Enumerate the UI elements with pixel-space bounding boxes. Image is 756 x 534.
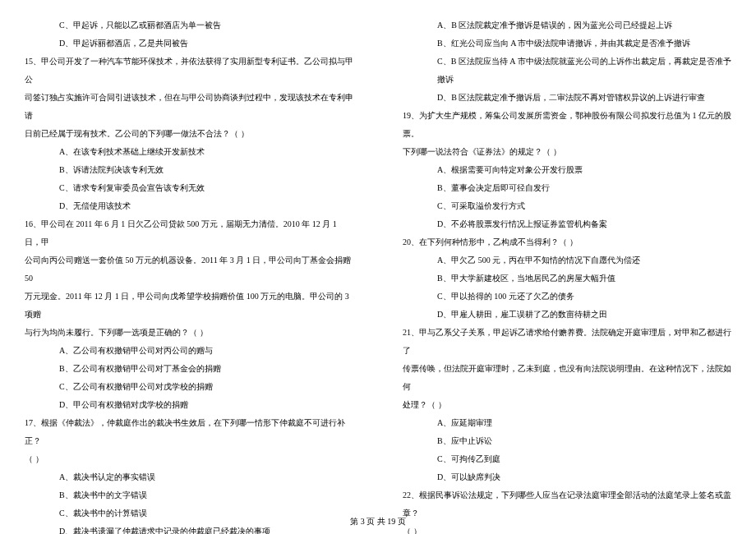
q18-option-b: B、红光公司应当向 A 市中级法院申请撤诉，并由其裁定是否准予撤诉 [403, 35, 731, 53]
q16-text-line2: 公司向丙公司赠送一套价值 50 万元的机器设备。2011 年 3 月 1 日，甲… [25, 251, 353, 288]
q16-option-c: C、乙公司有权撤销甲公司对戊学校的捐赠 [25, 378, 353, 396]
q21-text-line3: 处理？（ ） [403, 396, 731, 414]
q20-option-d: D、甲雇人耕田，雇工误耕了乙的数亩待耕之田 [403, 306, 731, 324]
q18-option-c: C、B 区法院应当待 A 市中级法院就蓝光公司的上诉作出裁定后，再裁定是否准予撤… [403, 53, 731, 89]
q17-text-line1: 17、根据《仲裁法》，仲裁庭作出的裁决书生效后，在下列哪一情形下仲裁庭不可进行补… [25, 414, 353, 450]
left-column: C、甲起诉，只能以乙或丽都酒店为单一被告 D、甲起诉丽都酒店，乙是共同被告 15… [0, 16, 378, 509]
q21-option-a: A、应延期审理 [403, 414, 731, 432]
q19-option-d: D、不必将股票发行情况上报证券监管机构备案 [403, 215, 731, 233]
q16-option-a: A、乙公司有权撤销甲公司对丙公司的赠与 [25, 342, 353, 360]
q16-text-line4: 与行为均尚未履行。下列哪一选项是正确的？（ ） [25, 324, 353, 342]
q15-text-line1: 15、甲公司开发了一种汽车节能环保技术，并依法获得了实用新型专利证书。乙公司拟与… [25, 53, 353, 89]
q17-option-b: B、裁决书中的文字错误 [25, 486, 353, 504]
q18-option-a: A、B 区法院裁定准予撤诉是错误的，因为蓝光公司已经提起上诉 [403, 16, 731, 35]
q15-option-d: D、无偿使用该技术 [25, 197, 353, 215]
q20-option-a: A、甲欠乙 500 元，丙在甲不知情的情况下自愿代为偿还 [403, 251, 731, 269]
q21-option-b: B、应中止诉讼 [403, 432, 731, 450]
q21-option-c: C、可拘传乙到庭 [403, 450, 731, 468]
q20-option-c: C、甲以拾得的 100 元还了欠乙的债务 [403, 288, 731, 306]
q16-text-line1: 16、甲公司在 2011 年 6 月 1 日欠乙公司贷款 500 万元，届期无力… [25, 215, 353, 251]
q20-text-line1: 20、在下列何种情形中，乙构成不当得利？（ ） [403, 233, 731, 251]
q21-text-line1: 21、甲与乙系父子关系，甲起诉乙请求给付赡养费。法院确定开庭审理后，对甲和乙都进… [403, 324, 731, 360]
q19-text-line2: 下列哪一说法符合《证券法》的规定？（ ） [403, 143, 731, 161]
q15-option-a: A、在该专利技术基础上继续开发新技术 [25, 143, 353, 161]
q20-option-b: B、甲大学新建校区，当地居民乙的房屋大幅升值 [403, 269, 731, 288]
q19-option-c: C、可采取溢价发行方式 [403, 197, 731, 215]
q19-option-a: A、根据需要可向特定对象公开发行股票 [403, 161, 731, 179]
q15-text-line3: 日前已经属于现有技术。乙公司的下列哪一做法不合法？（ ） [25, 125, 353, 143]
q16-option-b: B、乙公司有权撤销甲公司对丁基金会的捐赠 [25, 360, 353, 378]
q21-option-d: D、可以缺席判决 [403, 468, 731, 486]
q16-text-line3: 万元现金。2011 年 12 月 1 日，甲公司向戊希望学校捐赠价值 100 万… [25, 288, 353, 324]
right-column: A、B 区法院裁定准予撤诉是错误的，因为蓝光公司已经提起上诉 B、红光公司应当向… [378, 16, 756, 509]
q21-text-line2: 传票传唤，但法院开庭审理时，乙未到庭，也没有向法院说明理由。在这种情况下，法院如… [403, 360, 731, 396]
q14-option-c: C、甲起诉，只能以乙或丽都酒店为单一被告 [25, 16, 353, 35]
q17-paren: （ ） [25, 450, 353, 468]
q15-option-b: B、诉请法院判决该专利无效 [25, 161, 353, 179]
q15-text-line2: 司签订独占实施许可合同引进该技术，但在与甲公司协商谈判过程中，发现该技术在专利申… [25, 89, 353, 125]
page-footer: 第 3 页 共 19 页 [0, 516, 756, 527]
q15-option-c: C、请求专利复审委员会宣告该专利无效 [25, 179, 353, 197]
q19-text-line1: 19、为扩大生产规模，筹集公司发展所需资金，鄂神股份有限公司拟发行总值为 1 亿… [403, 107, 731, 143]
q18-option-d: D、B 区法院裁定准予撤诉后，二审法院不再对管辖权异议的上诉进行审查 [403, 89, 731, 107]
q14-option-d: D、甲起诉丽都酒店，乙是共同被告 [25, 35, 353, 53]
q16-option-d: D、甲公司有权撤销对戊学校的捐赠 [25, 396, 353, 414]
q17-option-a: A、裁决书认定的事实错误 [25, 468, 353, 486]
q19-option-b: B、董事会决定后即可径自发行 [403, 179, 731, 197]
